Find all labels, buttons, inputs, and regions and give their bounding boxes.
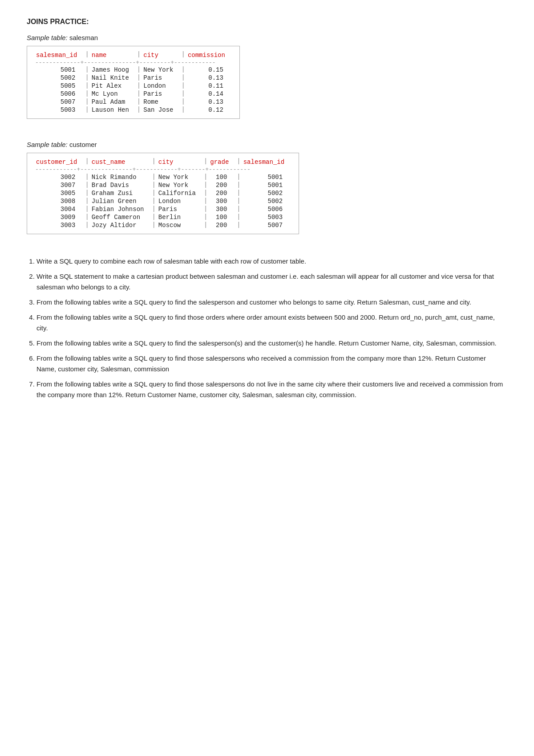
pipe: |: [202, 213, 209, 221]
salesman-city-cell: Paris: [142, 74, 179, 82]
pipe: |: [83, 181, 90, 189]
table-row: 5002 | Nail Knite | Paris | 0.13: [35, 74, 231, 82]
salesman-commission-cell: 0.15: [187, 66, 231, 74]
pipe: |: [179, 98, 186, 106]
pipe: |: [135, 51, 142, 60]
pipe: |: [83, 90, 90, 98]
salesman-name-cell: Nail Knite: [91, 74, 135, 82]
salesman-id-cell: 5001: [35, 66, 83, 74]
salesman-col-id: salesman_id: [35, 51, 83, 60]
pipe: |: [83, 205, 90, 213]
pipe: |: [83, 173, 90, 181]
salesman-id-cell: 5005: [35, 82, 83, 90]
customer-salesman-id-cell: 5001: [243, 173, 291, 181]
customer-salesman-id-cell: 5006: [243, 205, 291, 213]
customer-id-cell: 3005: [35, 189, 83, 197]
pipe: |: [83, 213, 90, 221]
pipe: |: [83, 221, 90, 229]
customer-separator: ------------+---------------+-----------…: [35, 167, 291, 173]
customer-table-label: Sample table: customer: [27, 141, 507, 148]
list-item: From the following tables write a SQL qu…: [36, 379, 507, 400]
table-row: 3005 | Graham Zusi | California | 200 | …: [35, 189, 291, 197]
pipe: |: [202, 197, 209, 205]
pipe: |: [83, 98, 90, 106]
pipe: |: [179, 106, 186, 114]
salesman-commission-cell: 0.11: [187, 82, 231, 90]
pipe: |: [179, 82, 186, 90]
customer-name-cell: Geoff Cameron: [91, 213, 150, 221]
table-row: 5007 | Paul Adam | Rome | 0.13: [35, 98, 231, 106]
pipe: |: [202, 221, 209, 229]
customer-col-name: cust_name: [91, 158, 150, 167]
customer-name-cell: Fabian Johnson: [91, 205, 150, 213]
pipe: |: [135, 82, 142, 90]
salesman-id-cell: 5007: [35, 98, 83, 106]
pipe: |: [150, 221, 157, 229]
pipe: |: [179, 74, 186, 82]
customer-grade-cell: 100: [209, 213, 235, 221]
customer-salesman-id-cell: 5003: [243, 213, 291, 221]
table-row: 5006 | Mc Lyon | Paris | 0.14: [35, 90, 231, 98]
pipe: |: [179, 66, 186, 74]
pipe: |: [235, 158, 242, 167]
pipe: |: [150, 197, 157, 205]
customer-id-cell: 3004: [35, 205, 83, 213]
pipe: |: [202, 181, 209, 189]
customer-id-cell: 3003: [35, 221, 83, 229]
pipe: |: [135, 66, 142, 74]
customer-name-cell: Jozy Altidor: [91, 221, 150, 229]
salesman-id-cell: 5002: [35, 74, 83, 82]
customer-id-cell: 3009: [35, 213, 83, 221]
customer-table: customer_id | cust_name | city | grade |…: [35, 158, 291, 229]
customer-id-cell: 3008: [35, 197, 83, 205]
pipe: |: [150, 205, 157, 213]
customer-city-cell: London: [158, 197, 202, 205]
table-row: 3009 | Geoff Cameron | Berlin | 100 | 50…: [35, 213, 291, 221]
table-row: 3002 | Nick Rimando | New York | 100 | 5…: [35, 173, 291, 181]
salesman-table-label: Sample table: salesman: [27, 34, 507, 41]
salesman-commission-cell: 0.13: [187, 98, 231, 106]
customer-city-cell: Berlin: [158, 213, 202, 221]
salesman-city-cell: London: [142, 82, 179, 90]
pipe: |: [83, 197, 90, 205]
table-row: 3004 | Fabian Johnson | Paris | 300 | 50…: [35, 205, 291, 213]
pipe: |: [202, 158, 209, 167]
customer-grade-cell: 300: [209, 197, 235, 205]
customer-city-cell: California: [158, 189, 202, 197]
customer-grade-cell: 200: [209, 181, 235, 189]
pipe: |: [135, 98, 142, 106]
salesman-commission-cell: 0.12: [187, 106, 231, 114]
salesman-city-cell: New York: [142, 66, 179, 74]
questions-section: Write a SQL query to combine each row of…: [27, 256, 507, 400]
salesman-col-commission: commission: [187, 51, 231, 60]
salesman-table-wrapper: salesman_id | name | city | commission -…: [27, 46, 240, 119]
table-row: 5005 | Pit Alex | London | 0.11: [35, 82, 231, 90]
pipe: |: [135, 90, 142, 98]
customer-name-cell: Brad Davis: [91, 181, 150, 189]
customer-city-cell: Paris: [158, 205, 202, 213]
customer-salesman-id-cell: 5001: [243, 181, 291, 189]
customer-name-cell: Julian Green: [91, 197, 150, 205]
pipe: |: [83, 51, 90, 60]
pipe: |: [150, 158, 157, 167]
salesman-city-cell: Rome: [142, 98, 179, 106]
customer-name-cell: Nick Rimando: [91, 173, 150, 181]
pipe: |: [235, 205, 242, 213]
customer-salesman-id-cell: 5002: [243, 189, 291, 197]
pipe: |: [235, 213, 242, 221]
pipe: |: [83, 106, 90, 114]
pipe: |: [202, 173, 209, 181]
table-row: 3003 | Jozy Altidor | Moscow | 200 | 500…: [35, 221, 291, 229]
salesman-commission-cell: 0.14: [187, 90, 231, 98]
pipe: |: [150, 173, 157, 181]
customer-city-cell: Moscow: [158, 221, 202, 229]
list-item: From the following tables write a SQL qu…: [36, 312, 507, 333]
pipe: |: [83, 189, 90, 197]
customer-id-cell: 3002: [35, 173, 83, 181]
list-item: Write a SQL statement to make a cartesia…: [36, 271, 507, 293]
page-title: JOINS PRACTICE:: [27, 18, 507, 26]
pipe: |: [235, 189, 242, 197]
customer-col-city: city: [158, 158, 202, 167]
pipe: |: [179, 51, 186, 60]
customer-salesman-id-cell: 5002: [243, 197, 291, 205]
